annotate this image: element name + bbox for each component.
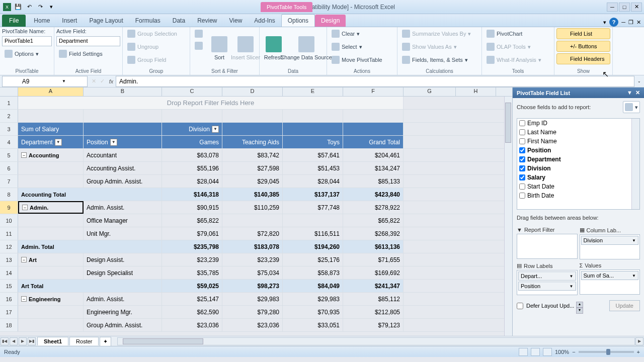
col-header-h[interactable]: H [456,87,496,96]
row-header[interactable]: 15 [0,280,18,292]
pm-buttons-toggle[interactable]: +/- Buttons [556,41,610,52]
collapse-icon[interactable]: − [21,257,27,262]
cell-val[interactable]: $79,123 [343,319,404,331]
cell-val[interactable] [222,214,283,227]
cell-val[interactable]: $71,655 [343,253,404,266]
row-header[interactable]: 3 [0,123,18,135]
field-checkbox[interactable] [519,129,525,135]
select-all-corner[interactable] [0,87,18,96]
field-checkbox[interactable] [519,193,525,199]
cell-val[interactable]: $241,347 [343,280,404,292]
inner-close-icon[interactable]: ✕ [636,19,641,26]
pt-row1-label[interactable]: Department ▼ [18,136,84,148]
field-headers-toggle[interactable]: Field Headers [556,53,610,64]
excel-icon[interactable]: X [2,2,12,12]
tab-add-ins[interactable]: Add-Ins [248,15,281,27]
cell-val[interactable]: $70,935 [283,306,343,318]
cell-val[interactable]: $62,590 [162,306,222,318]
field-division[interactable]: Division [517,164,639,173]
pt-measure-label[interactable]: Sum of Salary [18,123,84,135]
field-salary[interactable]: Salary [517,173,639,182]
cell-val[interactable]: $134,247 [343,162,404,174]
cell-dept[interactable] [18,162,84,174]
tab-options[interactable]: Options [281,14,315,27]
col-header-a[interactable]: A [18,87,84,96]
row-header[interactable]: 7 [0,175,18,188]
sheet-nav-last[interactable]: ▶▮ [28,337,36,345]
tab-data[interactable]: Data [167,15,191,27]
collapse-icon[interactable]: − [21,296,27,302]
cell-val[interactable]: $59,025 [162,280,222,292]
cell-dept[interactable]: −Accounting [18,149,84,161]
pivotchart-button[interactable]: PivotChart [484,28,552,39]
cell-val[interactable]: $423,840 [343,188,404,201]
fx-icon[interactable]: fx [107,78,116,84]
spinner-down-icon[interactable]: ▼ [576,308,583,314]
redo-icon[interactable]: ↷ [35,2,45,12]
cell-val[interactable]: $85,112 [343,293,404,305]
cell-val[interactable]: $79,280 [222,306,283,318]
cell-val[interactable]: $79,061 [162,227,222,240]
cell-val[interactable]: $84,049 [283,280,343,292]
field-checkbox[interactable] [519,184,525,190]
row-header[interactable]: 8 [0,188,18,201]
cell-val[interactable]: $83,742 [222,149,283,161]
cell-dept[interactable] [18,266,84,279]
row-header[interactable]: 5 [0,149,18,161]
cell-val[interactable]: $137,137 [283,188,343,201]
row-labels-area[interactable]: Depart...▼ Position▼ [517,270,578,295]
cell-val[interactable]: $235,798 [162,240,222,253]
tab-formulas[interactable]: Formulas [129,15,167,27]
fields-scrollbar[interactable] [631,119,639,209]
chip-division[interactable]: Division▼ [581,236,639,245]
formula-bar[interactable]: Admin. [116,76,634,87]
save-icon[interactable]: 💾 [13,2,23,12]
normal-view-button[interactable] [519,348,528,356]
col-games[interactable]: Games [162,136,222,148]
change-data-source-button[interactable]: Change Data Source [288,28,325,68]
col-header-f[interactable]: F [343,87,404,96]
chip-position[interactable]: Position▼ [518,282,576,291]
cell[interactable] [283,110,343,122]
cell-val[interactable]: $613,136 [343,240,404,253]
cell[interactable] [343,110,404,122]
active-field-input[interactable]: Department [56,36,120,46]
ribbon-minimize-icon[interactable]: ▾ [603,19,606,26]
cell-position[interactable]: Admin. Assist. [84,293,162,305]
field-first-name[interactable]: First Name [517,137,639,146]
page-layout-view-button[interactable] [531,348,540,356]
cell-val[interactable]: $27,598 [222,162,283,174]
cell-val[interactable]: $212,805 [343,306,404,318]
cell-val[interactable]: $75,034 [222,266,283,279]
cell-dept[interactable] [18,306,84,318]
cell-val[interactable]: $278,922 [343,201,404,214]
row-header[interactable]: 18 [0,319,18,331]
cell-position[interactable]: Engineering Mgr. [84,306,162,318]
cell-position[interactable]: Unit Mgr. [84,227,162,240]
update-button[interactable]: Update [609,300,640,311]
zoom-in-button[interactable]: + [637,349,640,355]
collapse-icon[interactable]: − [22,205,28,210]
tab-page-layout[interactable]: Page Layout [83,15,129,27]
row-header[interactable]: 9 [0,201,18,214]
refresh-button[interactable]: Refresh [262,28,286,68]
cell[interactable] [84,110,162,122]
cell-val[interactable]: $28,044 [162,175,222,188]
field-position[interactable]: Position [517,146,639,155]
report-filter-area[interactable] [517,234,578,259]
field-checkbox[interactable] [519,120,525,126]
row-header[interactable]: 2 [0,110,18,122]
cell-val[interactable]: $23,036 [222,319,283,331]
drop-filter-zone[interactable]: Drop Report Filter Fields Here [18,97,404,109]
inner-minimize-icon[interactable]: ─ [621,19,625,25]
col-header-b[interactable]: B [84,87,162,96]
cell[interactable] [162,110,222,122]
formula-expand-icon[interactable]: ⌄ [634,79,644,83]
cell[interactable] [84,123,162,135]
name-box[interactable]: A9▼ [2,76,88,87]
sheet-nav-first[interactable]: ▮◀ [1,337,9,345]
cell-position[interactable]: Group Admin. Assist. [84,319,162,331]
tab-review[interactable]: Review [191,15,223,27]
cell-val[interactable]: $28,044 [283,175,343,188]
field-checkbox[interactable] [519,147,525,153]
